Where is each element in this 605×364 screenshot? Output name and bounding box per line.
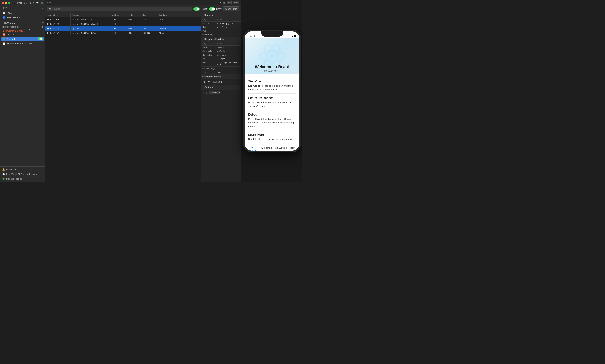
resp-date: Date Tue, 07 Apr 2020 20:45:22 GMT (201, 61, 241, 67)
wifi-icon: ▲ (292, 35, 294, 37)
iphone-welcome-text: Welcome to React (255, 65, 289, 69)
manage-plugins-label: Manage Plugins (6, 178, 22, 180)
options-header[interactable]: ▾ Options (201, 85, 241, 90)
flipper-app-items: ▦ Layout 🌐 Network 📄 Shared Preferences … (0, 32, 45, 46)
cell-method-3: GET (110, 31, 127, 35)
regex-toggle[interactable] (193, 7, 200, 11)
cell-duration-0: 12ms (157, 17, 175, 22)
resp-server: Server Cowboy (201, 46, 241, 49)
sidebar-item-react-devtools[interactable]: ⚛ React DevTools (1, 15, 44, 20)
window-titlebar: 📱 iPhone 11 ↺ ≡ 📷 📹 (0, 0, 45, 6)
sidebar-item-layout[interactable]: ▦ Layout (1, 32, 44, 37)
network-toggle[interactable] (38, 38, 43, 40)
content-type-key: Content-Type (202, 50, 217, 52)
device-plugins-chevron: ▶ (42, 26, 43, 28)
cell-method-2: GET (110, 26, 127, 31)
capture-icon[interactable]: 📷 (223, 1, 226, 4)
request-section: ▾ Request Key Value Full URL https://api… (201, 13, 241, 37)
split-panel-btn[interactable]: ▭▭ (233, 1, 239, 4)
sidebar-item-network[interactable]: 🌐 Network (1, 37, 44, 41)
sidebar-support[interactable]: 💬 Litho/GraphQL Support Request (0, 172, 45, 177)
phone-icon: 📱 (13, 2, 16, 4)
date-key: Date (202, 62, 217, 66)
sidebar-notifications[interactable]: 🔔 Notifications (0, 167, 45, 172)
body-label: Body (216, 8, 222, 10)
table-row[interactable]: 18:17:21.363 localhost:8081/index.bundle… (45, 22, 201, 26)
request-kv-host: Host api.ipify.org (201, 26, 241, 29)
refresh-icon[interactable]: ↺ (29, 1, 32, 4)
date-value: Tue, 07 Apr 2020 20:45:22 GMT (217, 62, 240, 66)
resp-vary: Vary Origin (201, 70, 241, 74)
table-row[interactable]: 18:17:21.350 localhost:8081/status GET 2… (45, 17, 201, 22)
single-panel-btn[interactable]: ▭ (227, 1, 232, 4)
col-method: Method (110, 13, 127, 17)
notifications-label: Notifications (6, 168, 18, 171)
iphone-ip-address: 103.244.173.250 (264, 70, 280, 72)
request-section-header[interactable]: ▾ Request (201, 13, 241, 18)
response-headers-header[interactable]: ▾ Response Headers (201, 37, 241, 42)
shared-prefs-icon: 📄 (2, 42, 5, 45)
sidebar-item-shared-prefs[interactable]: 📄 Shared Preferences Viewer (1, 41, 44, 46)
request-kv-header: Key Value (201, 18, 241, 22)
col-size: Size (141, 13, 157, 17)
vary-key: Vary (202, 71, 217, 73)
sidebar-item-logs-label: Logs (7, 12, 12, 14)
step-one-text: Edit App.js to change this screen and th… (248, 84, 296, 91)
basics-description: Explains a Hello World for React Native. (261, 146, 296, 151)
video-icon[interactable]: 📹 (40, 1, 43, 4)
close-button[interactable] (2, 2, 4, 4)
the-basics-link[interactable]: The Basics (248, 146, 259, 151)
learn-more-title: Learn More (248, 133, 296, 136)
col-duration: Duration (157, 13, 175, 17)
cell-size-2: 15 B (141, 26, 157, 31)
sidebar-item-logs[interactable]: 📋 Logs (1, 11, 44, 15)
path-value: / (217, 30, 240, 32)
support-label: Litho/GraphQL Support Request (6, 173, 37, 176)
debug-text: Press Cmd + D in the simulator or Shake … (248, 117, 296, 128)
iphone-time: 1:46 (250, 34, 255, 37)
minimize-button[interactable] (5, 2, 7, 4)
cell-status-3: 200 (127, 31, 141, 35)
chevron-right-icon: ▶ (42, 7, 44, 9)
col-domain: Domain (71, 13, 110, 17)
response-headers-title: Response Headers (205, 38, 224, 40)
server-key: Server (202, 46, 217, 49)
table-row[interactable]: 18:17:21.622 localhost:8081/assets/node-… (45, 31, 201, 36)
maximize-button[interactable] (8, 2, 11, 4)
home-indicator[interactable] (261, 149, 283, 149)
search-input[interactable] (53, 8, 191, 10)
single-panel-icon: ▭ (228, 1, 230, 4)
options-section: ▾ Options Body parsed raw ▾ (201, 85, 241, 96)
sidebar-manage-plugins[interactable]: 🧩 Manage Plugins (0, 177, 45, 181)
sidebar-mac-label: Mac (2, 7, 7, 10)
col-request-time: Request Time (45, 13, 71, 17)
body-toggle-group: Body (209, 7, 222, 11)
settings-icon[interactable]: ⚙ (219, 1, 221, 4)
svg-point-3 (270, 55, 273, 57)
cell-status-2: 200 (127, 26, 141, 31)
support-icon: 💬 (2, 173, 5, 176)
body-toggle[interactable] (209, 7, 215, 11)
menu-icon[interactable]: ≡ (33, 1, 34, 4)
layout-icon: ▦ (2, 33, 5, 36)
cell-duration-2: 1,035ms (157, 26, 175, 31)
camera-icon[interactable]: 📷 (36, 1, 39, 4)
response-body-header[interactable]: ▾ Response Body (201, 74, 241, 79)
network-table: Request Time Domain Method Status Size D… (45, 13, 201, 182)
cell-time-1: 18:17:21.363 (45, 22, 71, 26)
sidebar-iphone-label: iPhone 11 (2, 21, 15, 24)
search-icon: 🔍 (49, 8, 51, 10)
resp-via: Via 1.1 vegur (201, 57, 241, 61)
request-kv-full-url: Full URL https://api.ipify.org/ (201, 22, 241, 26)
vary-value: Origin (217, 71, 240, 73)
sidebar-mac-header[interactable]: Mac ▶ (0, 6, 45, 11)
signal-icon: ▪▪▪ (289, 35, 291, 37)
options-body-select[interactable]: parsed raw (209, 91, 220, 94)
resp-kv-header: Key Value (201, 42, 241, 46)
clear-table-button[interactable]: Clear Table (223, 6, 239, 11)
request-kv-query-string: Query String (201, 33, 241, 37)
sidebar-iphone-header[interactable]: iPhone 11 ▾ (0, 20, 45, 25)
divider-3 (248, 130, 296, 130)
learn-more-text: Read the docs to discover what to do nex… (248, 138, 296, 141)
sidebar-footer: 🔔 Notifications 💬 Litho/GraphQL Support … (0, 166, 45, 182)
